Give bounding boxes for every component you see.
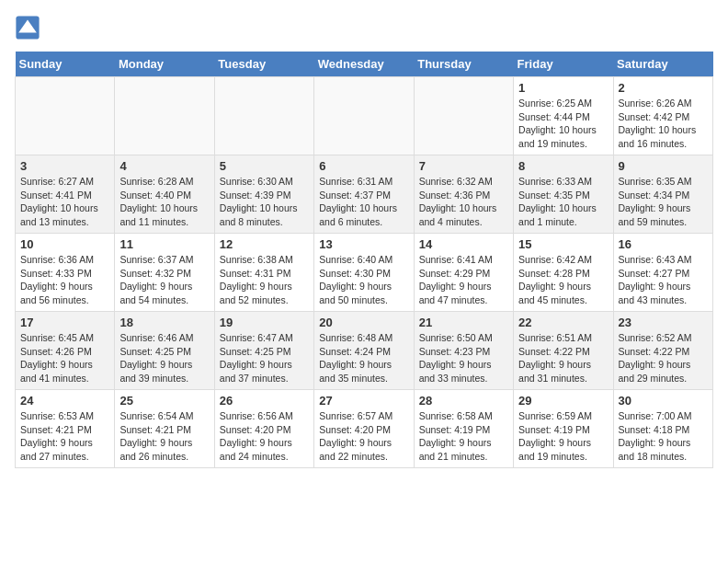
day-number: 1 [518, 81, 608, 95]
day-info: Sunrise: 6:25 AM Sunset: 4:44 PM Dayligh… [518, 97, 608, 151]
day-number: 15 [518, 237, 608, 251]
day-info: Sunrise: 6:30 AM Sunset: 4:39 PM Dayligh… [220, 175, 309, 229]
day-info: Sunrise: 6:43 AM Sunset: 4:27 PM Dayligh… [619, 253, 708, 307]
calendar-day-cell: 30Sunrise: 7:00 AM Sunset: 4:18 PM Dayli… [613, 390, 712, 468]
day-info: Sunrise: 6:46 AM Sunset: 4:25 PM Dayligh… [119, 331, 209, 385]
calendar-day-cell [115, 77, 214, 155]
calendar-day-cell: 23Sunrise: 6:52 AM Sunset: 4:22 PM Dayli… [613, 312, 712, 390]
day-info: Sunrise: 6:59 AM Sunset: 4:19 PM Dayligh… [518, 409, 608, 464]
day-number: 11 [119, 237, 209, 251]
day-number: 23 [619, 316, 708, 329]
day-number: 14 [419, 237, 508, 251]
calendar-day-cell [414, 77, 513, 155]
calendar-day-cell: 26Sunrise: 6:56 AM Sunset: 4:20 PM Dayli… [214, 390, 313, 468]
calendar-day-cell: 17Sunrise: 6:45 AM Sunset: 4:26 PM Dayli… [16, 312, 115, 390]
calendar-day-cell [16, 77, 115, 155]
calendar-day-cell [214, 77, 313, 155]
day-number: 21 [419, 316, 508, 329]
calendar-week-row: 24Sunrise: 6:53 AM Sunset: 4:21 PM Dayli… [16, 390, 713, 468]
day-number: 25 [119, 394, 209, 408]
day-info: Sunrise: 6:33 AM Sunset: 4:35 PM Dayligh… [518, 175, 608, 229]
calendar-day-cell: 9Sunrise: 6:35 AM Sunset: 4:34 PM Daylig… [613, 155, 712, 234]
calendar-day-cell: 15Sunrise: 6:42 AM Sunset: 4:28 PM Dayli… [514, 234, 613, 312]
day-number: 29 [518, 394, 608, 408]
day-info: Sunrise: 7:00 AM Sunset: 4:18 PM Dayligh… [619, 409, 708, 464]
calendar-day-cell: 22Sunrise: 6:51 AM Sunset: 4:22 PM Dayli… [514, 312, 613, 390]
day-number: 12 [220, 237, 309, 251]
day-number: 26 [220, 394, 309, 408]
day-info: Sunrise: 6:57 AM Sunset: 4:20 PM Dayligh… [319, 409, 408, 464]
calendar-day-cell: 16Sunrise: 6:43 AM Sunset: 4:27 PM Dayli… [613, 234, 712, 312]
weekday-header: Tuesday [214, 52, 313, 77]
day-info: Sunrise: 6:56 AM Sunset: 4:20 PM Dayligh… [220, 409, 309, 464]
calendar-day-cell: 28Sunrise: 6:58 AM Sunset: 4:19 PM Dayli… [414, 390, 513, 468]
day-info: Sunrise: 6:31 AM Sunset: 4:37 PM Dayligh… [319, 175, 408, 229]
day-number: 5 [220, 159, 309, 173]
day-info: Sunrise: 6:51 AM Sunset: 4:22 PM Dayligh… [518, 331, 608, 385]
day-number: 17 [20, 316, 109, 329]
page-header [15, 15, 713, 40]
calendar-day-cell: 8Sunrise: 6:33 AM Sunset: 4:35 PM Daylig… [514, 155, 613, 234]
calendar-week-row: 3Sunrise: 6:27 AM Sunset: 4:41 PM Daylig… [16, 155, 713, 234]
logo [15, 15, 44, 40]
day-number: 13 [319, 237, 408, 251]
weekday-header: Sunday [16, 52, 115, 77]
calendar-day-cell: 10Sunrise: 6:36 AM Sunset: 4:33 PM Dayli… [16, 234, 115, 312]
day-number: 27 [319, 394, 408, 408]
day-number: 4 [119, 159, 209, 173]
day-number: 2 [619, 81, 708, 95]
calendar-day-cell: 14Sunrise: 6:41 AM Sunset: 4:29 PM Dayli… [414, 234, 513, 312]
calendar-day-cell: 6Sunrise: 6:31 AM Sunset: 4:37 PM Daylig… [314, 155, 414, 234]
calendar-day-cell: 5Sunrise: 6:30 AM Sunset: 4:39 PM Daylig… [214, 155, 313, 234]
calendar-day-cell: 24Sunrise: 6:53 AM Sunset: 4:21 PM Dayli… [16, 390, 115, 468]
day-info: Sunrise: 6:27 AM Sunset: 4:41 PM Dayligh… [20, 175, 109, 229]
calendar-day-cell: 12Sunrise: 6:38 AM Sunset: 4:31 PM Dayli… [214, 234, 313, 312]
calendar-day-cell: 18Sunrise: 6:46 AM Sunset: 4:25 PM Dayli… [115, 312, 214, 390]
day-number: 9 [619, 159, 708, 173]
calendar-table: SundayMondayTuesdayWednesdayThursdayFrid… [15, 52, 713, 468]
day-info: Sunrise: 6:50 AM Sunset: 4:23 PM Dayligh… [419, 331, 508, 385]
calendar-day-cell: 20Sunrise: 6:48 AM Sunset: 4:24 PM Dayli… [314, 312, 414, 390]
day-number: 6 [319, 159, 408, 173]
weekday-header: Thursday [414, 52, 513, 77]
day-number: 8 [518, 159, 608, 173]
day-number: 22 [518, 316, 608, 329]
calendar-day-cell: 25Sunrise: 6:54 AM Sunset: 4:21 PM Dayli… [115, 390, 214, 468]
day-info: Sunrise: 6:37 AM Sunset: 4:32 PM Dayligh… [119, 253, 209, 307]
calendar-day-cell: 3Sunrise: 6:27 AM Sunset: 4:41 PM Daylig… [16, 155, 115, 234]
day-number: 28 [419, 394, 508, 408]
day-info: Sunrise: 6:58 AM Sunset: 4:19 PM Dayligh… [419, 409, 508, 464]
logo-icon [15, 15, 40, 40]
day-info: Sunrise: 6:32 AM Sunset: 4:36 PM Dayligh… [419, 175, 508, 229]
calendar-day-cell: 2Sunrise: 6:26 AM Sunset: 4:42 PM Daylig… [613, 77, 712, 155]
calendar-week-row: 17Sunrise: 6:45 AM Sunset: 4:26 PM Dayli… [16, 312, 713, 390]
day-number: 19 [220, 316, 309, 329]
day-info: Sunrise: 6:53 AM Sunset: 4:21 PM Dayligh… [20, 409, 109, 464]
day-info: Sunrise: 6:36 AM Sunset: 4:33 PM Dayligh… [20, 253, 109, 307]
calendar-day-cell: 1Sunrise: 6:25 AM Sunset: 4:44 PM Daylig… [514, 77, 613, 155]
day-number: 20 [319, 316, 408, 329]
day-info: Sunrise: 6:54 AM Sunset: 4:21 PM Dayligh… [119, 409, 209, 464]
day-number: 3 [20, 159, 109, 173]
calendar-day-cell: 7Sunrise: 6:32 AM Sunset: 4:36 PM Daylig… [414, 155, 513, 234]
day-info: Sunrise: 6:48 AM Sunset: 4:24 PM Dayligh… [319, 331, 408, 385]
calendar-day-cell: 4Sunrise: 6:28 AM Sunset: 4:40 PM Daylig… [115, 155, 214, 234]
day-info: Sunrise: 6:40 AM Sunset: 4:30 PM Dayligh… [319, 253, 408, 307]
weekday-header: Monday [115, 52, 214, 77]
calendar-header-row: SundayMondayTuesdayWednesdayThursdayFrid… [16, 52, 713, 77]
calendar-day-cell: 21Sunrise: 6:50 AM Sunset: 4:23 PM Dayli… [414, 312, 513, 390]
day-info: Sunrise: 6:52 AM Sunset: 4:22 PM Dayligh… [619, 331, 708, 385]
calendar-day-cell [314, 77, 414, 155]
day-info: Sunrise: 6:38 AM Sunset: 4:31 PM Dayligh… [220, 253, 309, 307]
day-number: 16 [619, 237, 708, 251]
day-number: 30 [619, 394, 708, 408]
weekday-header: Saturday [613, 52, 712, 77]
day-info: Sunrise: 6:47 AM Sunset: 4:25 PM Dayligh… [220, 331, 309, 385]
weekday-header: Friday [514, 52, 613, 77]
day-number: 10 [20, 237, 109, 251]
day-info: Sunrise: 6:42 AM Sunset: 4:28 PM Dayligh… [518, 253, 608, 307]
day-info: Sunrise: 6:35 AM Sunset: 4:34 PM Dayligh… [619, 175, 708, 229]
calendar-day-cell: 11Sunrise: 6:37 AM Sunset: 4:32 PM Dayli… [115, 234, 214, 312]
calendar-day-cell: 29Sunrise: 6:59 AM Sunset: 4:19 PM Dayli… [514, 390, 613, 468]
day-info: Sunrise: 6:26 AM Sunset: 4:42 PM Dayligh… [619, 97, 708, 151]
